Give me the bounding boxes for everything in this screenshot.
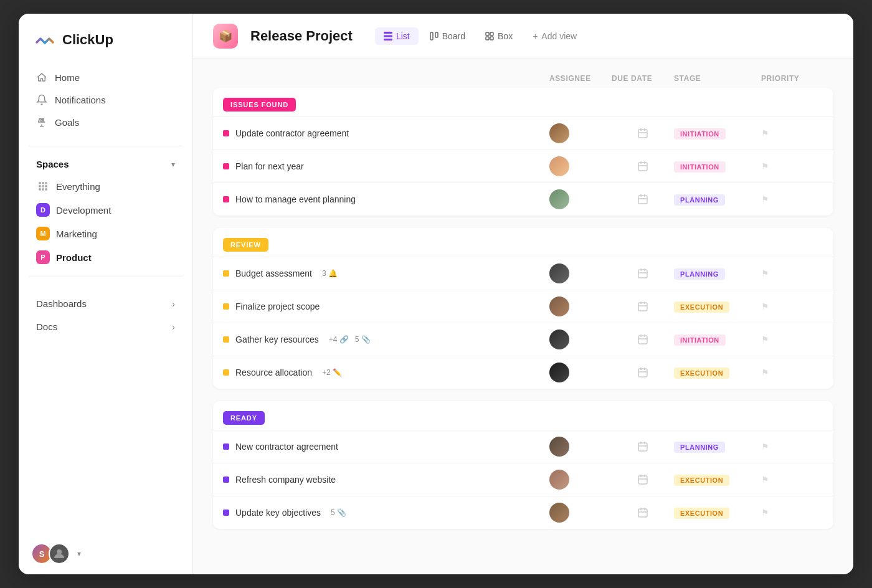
space-everything[interactable]: Everything [19,174,192,198]
dashboards-chevron-icon: › [172,298,175,309]
svg-point-5 [39,185,41,187]
task-row[interactable]: Refresh company website EXECUTION [213,463,833,496]
task-row[interactable]: New contractor agreement PLANNING [213,430,833,463]
topbar: 📦 Release Project List Board [193,14,853,59]
stage-badge: PLANNING [674,268,725,280]
add-view-button[interactable]: + Add view [524,27,585,45]
due-date-cell[interactable] [612,367,674,378]
task-row[interactable]: Finalize project scope EXECUTION [213,290,833,323]
priority-cell[interactable]: ⚑ [761,301,823,311]
priority-cell[interactable]: ⚑ [761,161,823,171]
nav-home[interactable]: Home [29,66,182,88]
space-product[interactable]: P Product [19,245,192,269]
avatar [549,263,569,283]
issues-label: ISSUES FOUND [213,88,833,116]
avatar-j [49,543,70,564]
task-row[interactable]: Resource allocation +2 ✏️ EXECUTION [213,356,833,389]
view-tabs: List Board Box [375,27,585,45]
space-development[interactable]: D Development [19,198,192,222]
svg-rect-19 [490,37,493,40]
avatar [549,437,569,457]
project-icon: 📦 [213,24,238,49]
task-name: Resource allocation [235,368,312,377]
due-date-cell[interactable] [612,301,674,312]
due-date-cell[interactable] [612,268,674,279]
task-dot [223,196,229,202]
task-assignee [549,503,612,523]
svg-point-0 [41,120,43,121]
spaces-section-header[interactable]: Spaces ▾ [19,154,192,174]
stage-cell: INITIATION [674,161,761,173]
stage-badge: EXECUTION [674,301,729,313]
priority-cell[interactable]: ⚑ [761,508,823,518]
task-dot [223,163,229,169]
stage-cell: PLANNING [674,194,761,206]
tab-board[interactable]: Board [421,27,474,45]
due-date-cell[interactable] [612,128,674,139]
svg-rect-27 [638,443,647,451]
due-date-cell[interactable] [612,334,674,345]
task-assignee [549,123,612,143]
space-marketing-icon: M [36,227,50,240]
task-row[interactable]: Gather key resources +4 🔗 5 📎 INITIAT [213,323,833,356]
user-footer[interactable]: S ▾ [19,533,192,574]
priority-cell[interactable]: ⚑ [761,334,823,344]
stage-badge: PLANNING [674,194,725,206]
tab-box[interactable]: Box [476,27,521,45]
stage-cell: PLANNING [674,441,761,453]
task-name: Finalize project scope [235,301,320,311]
spaces-list: Everything D Development M Marketing P P… [19,174,192,269]
space-marketing[interactable]: M Marketing [19,222,192,245]
task-row[interactable]: Update key objectives 5 📎 EXECUTION [213,496,833,529]
nav-goals[interactable]: Goals [29,111,182,133]
nav-notifications[interactable]: Notifications [29,88,182,111]
nav-home-label: Home [55,72,80,83]
due-date-cell[interactable] [612,441,674,452]
main-nav: Home Notifications Goals [19,61,192,138]
priority-cell[interactable]: ⚑ [761,194,823,204]
task-name: Gather key resources [235,334,319,344]
task-row[interactable]: Budget assessment 3 🔔 PLANNING [213,257,833,290]
task-left: Refresh company website [223,475,549,485]
task-row[interactable]: How to manage event planning PLANNING [213,183,833,216]
task-dot [223,270,229,277]
avatar [549,156,569,176]
due-date-cell[interactable] [612,474,674,485]
svg-rect-24 [638,303,647,311]
task-name: Plan for next year [235,161,304,171]
svg-rect-23 [638,270,647,278]
avatar [549,363,569,382]
docs-item[interactable]: Docs › [19,315,192,338]
priority-cell[interactable]: ⚑ [761,268,823,278]
task-name: Update key objectives [235,508,321,518]
task-left: Finalize project scope [223,301,549,311]
logo[interactable]: ClickUp [19,14,192,61]
task-name: Refresh company website [235,475,336,485]
svg-rect-22 [638,196,647,204]
task-row[interactable]: Plan for next year INITIATION ⚑ [213,149,833,183]
task-assignee [549,156,612,176]
docs-chevron-icon: › [172,321,175,332]
docs-label: Docs [36,321,57,332]
space-product-icon: P [36,250,50,264]
priority-cell[interactable]: ⚑ [761,368,823,377]
task-badge: 5 📎 [331,508,346,517]
priority-cell[interactable]: ⚑ [761,128,823,138]
due-date-cell[interactable] [612,194,674,205]
due-date-cell[interactable] [612,507,674,518]
main-content: 📦 Release Project List Board [193,14,853,574]
stage-cell: PLANNING [674,268,761,280]
dashboards-item[interactable]: Dashboards › [19,292,192,315]
due-date-cell[interactable] [612,161,674,172]
ready-badge: READY [223,411,265,425]
task-name: Budget assessment [235,268,312,278]
task-left: Gather key resources +4 🔗 5 📎 [223,334,549,344]
priority-cell[interactable]: ⚑ [761,442,823,452]
priority-cell[interactable]: ⚑ [761,475,823,485]
tab-list[interactable]: List [375,27,419,45]
task-assignee [549,296,612,316]
task-row[interactable]: Update contractor agreement INITIATION [213,116,833,149]
stage-cell: EXECUTION [674,367,761,379]
nav-goals-label: Goals [55,117,79,128]
section-ready: READY New contractor agreement [213,401,833,529]
